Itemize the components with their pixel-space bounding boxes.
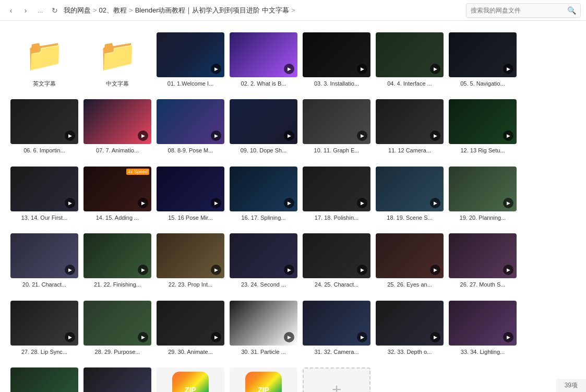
file-item-upload[interactable]: + 上传文件 — [303, 364, 370, 392]
file-item-03-installation[interactable]: ▶ 03. 3. Installatio... — [303, 29, 370, 91]
file-label: 20. 21. Charact... — [14, 281, 75, 289]
folder-icon: 📁 — [98, 37, 137, 74]
video-thumb: ▶ — [376, 167, 444, 211]
file-item-05-navigation[interactable]: ▶ 05. 5. Navigatio... — [449, 29, 517, 91]
search-input[interactable] — [471, 7, 567, 14]
more-nav-button[interactable]: … — [34, 5, 46, 16]
file-item-英文字幕[interactable]: 📁 英文字幕 — [10, 29, 78, 91]
file-label: 01. 1.Welcome I... — [160, 80, 221, 88]
file-item-31-camera2[interactable]: ▶ 31. 32. Camera... — [303, 298, 370, 359]
video-thumb: ▶ — [303, 301, 370, 346]
file-label: 24. 25. Charact... — [306, 281, 367, 289]
play-button[interactable]: ▶ — [357, 64, 367, 74]
file-item-30-particle[interactable]: ▶ 30. 31. Particle ... — [230, 298, 297, 359]
file-item-27-lipsync[interactable]: ▶ 27. 28. Lip Sync... — [10, 298, 78, 359]
file-item-16-splining[interactable]: ▶ 16. 17. Splining... — [230, 163, 297, 225]
file-item-34-extra[interactable]: ▶ 34. 35. Extra N... — [10, 364, 78, 392]
refresh-button[interactable]: ↻ — [49, 5, 61, 16]
file-item-sound-zip[interactable]: ZIP Sound.zip.zip — [230, 364, 297, 392]
file-label: 26. 27. Mouth S... — [452, 281, 513, 289]
play-button[interactable]: ▶ — [65, 332, 75, 342]
back-button[interactable]: ‹ — [5, 5, 17, 16]
search-icon[interactable]: 🔍 — [567, 6, 576, 15]
play-button[interactable]: ▶ — [503, 198, 513, 208]
file-label: 22. 23. Prop Int... — [160, 281, 221, 289]
play-button[interactable]: ▶ — [211, 332, 221, 342]
thumb-content — [83, 367, 151, 392]
file-item-28-purpose[interactable]: ▶ 28. 29. Purpose... — [83, 298, 151, 359]
file-item-15-posemirror[interactable]: ▶ 15. 16 Pose Mir... — [157, 163, 224, 225]
video-thumb: ▶ — [376, 301, 444, 346]
file-item-02-whatis[interactable]: ▶ 02. 2. What is B... — [230, 29, 297, 91]
play-button[interactable]: ▶ — [211, 198, 221, 208]
file-item-21-finishing[interactable]: ▶ 21. 22. Finishing... — [83, 230, 151, 292]
file-item-35-final[interactable]: ▶ 35. 36 Final Tho... — [83, 364, 151, 392]
play-button[interactable]: ▶ — [357, 198, 367, 208]
video-thumb: ▶ — [303, 233, 370, 278]
video-thumb: ▶ — [449, 99, 517, 144]
file-item-17-polishing[interactable]: ▶ 17. 18. Polishin... — [303, 163, 370, 225]
forward-button[interactable]: › — [20, 5, 31, 16]
play-button[interactable]: ▶ — [284, 198, 294, 208]
file-item-18-scenes[interactable]: ▶ 18. 19. Scene S... — [376, 163, 444, 225]
upload-thumb[interactable]: + — [303, 367, 370, 392]
file-item-33-lighting[interactable]: ▶ 33. 34. Lighting... — [449, 298, 517, 359]
file-item-中文字幕[interactable]: 📁 中文字幕 — [83, 29, 151, 91]
play-button[interactable]: ▶ — [430, 64, 440, 74]
thumb-content — [10, 367, 78, 392]
file-item-29-animate[interactable]: ▶ 29. 30. Animate... — [157, 298, 224, 359]
file-item-06-importing[interactable]: ▶ 06. 6. Importin... — [10, 96, 78, 158]
file-label: 04. 4. Interface ... — [379, 80, 440, 88]
play-button[interactable]: ▶ — [138, 198, 148, 208]
video-thumb: ▶ — [449, 233, 517, 278]
play-button[interactable]: ▶ — [430, 332, 440, 342]
video-thumb: ▶ — [83, 99, 151, 144]
video-thumb: ▶ — [230, 99, 297, 144]
play-button[interactable]: ▶ — [357, 332, 367, 342]
file-item-23-second[interactable]: ▶ 23. 24. Second ... — [230, 230, 297, 292]
file-item-08-posemix[interactable]: ▶ 08. 8-9. Pose M... — [157, 96, 224, 158]
breadcrumb-tutorials[interactable]: 02、教程 — [99, 6, 127, 15]
breadcrumb-home[interactable]: 我的网盘 — [64, 6, 91, 15]
file-item-09-dopesh[interactable]: ▶ 09. 10. Dope Sh... — [230, 96, 297, 158]
video-thumb: ▶ — [230, 233, 297, 278]
file-label: 中文字幕 — [87, 80, 148, 88]
file-item-13-ourfirst[interactable]: ▶ 13. 14. Our First... — [10, 163, 78, 225]
file-item-11-camera[interactable]: ▶ 11. 12 Camera... — [376, 96, 444, 158]
play-button[interactable]: ▶ — [503, 64, 513, 74]
file-item-25-eyes[interactable]: ▶ 25. 26. Eyes an... — [376, 230, 444, 292]
file-item-04-interface[interactable]: ▶ 04. 4. Interface ... — [376, 29, 444, 91]
file-item-14-adding[interactable]: 4x Speed ▶ 14. 15. Adding ... — [83, 163, 151, 225]
file-label: 03. 3. Installatio... — [306, 80, 367, 88]
zip-thumb: ZIP — [230, 367, 297, 392]
total-count: 39项 — [565, 382, 578, 389]
breadcrumb: 我的网盘 > 02、教程 > Blender动画教程｜从初学入到到项目进阶 中文… — [64, 6, 463, 15]
file-item-reference-zip[interactable]: ZIP Reference.zip.zip — [157, 364, 224, 392]
play-button[interactable]: ▶ — [284, 64, 294, 74]
play-button[interactable]: ▶ — [211, 64, 221, 74]
file-label: 18. 19. Scene S... — [379, 214, 440, 222]
file-item-01-welcome[interactable]: ▶ 01. 1.Welcome I... — [157, 29, 224, 91]
file-item-22-propint[interactable]: ▶ 22. 23. Prop Int... — [157, 230, 224, 292]
file-item-32-depth[interactable]: ▶ 32. 33. Depth o... — [376, 298, 444, 359]
file-item-12-rigsetup[interactable]: ▶ 12. 13 Rig Setu... — [449, 96, 517, 158]
breadcrumb-current[interactable]: Blender动画教程｜从初学入到到项目进阶 中文字幕 — [135, 6, 289, 15]
video-thumb: ▶ — [230, 167, 297, 211]
folder-icon: 📁 — [25, 37, 64, 74]
file-item-20-charact[interactable]: ▶ 20. 21. Charact... — [10, 230, 78, 292]
search-bar[interactable]: 🔍 — [466, 3, 581, 18]
video-thumb: ▶ — [83, 233, 151, 278]
play-button[interactable]: ▶ — [65, 198, 75, 208]
file-item-26-mouth[interactable]: ▶ 26. 27. Mouth S... — [449, 230, 517, 292]
file-item-19-planning[interactable]: ▶ 19. 20. Planning... — [449, 163, 517, 225]
video-thumb: ▶ — [157, 167, 224, 211]
play-button[interactable]: ▶ — [503, 332, 513, 342]
file-item-10-graphed[interactable]: ▶ 10. 11. Graph E... — [303, 96, 370, 158]
play-button[interactable]: ▶ — [430, 198, 440, 208]
file-item-07-animation[interactable]: ▶ 07. 7. Animatio... — [83, 96, 151, 158]
video-thumb: ▶ — [83, 367, 151, 392]
file-item-24-charact2[interactable]: ▶ 24. 25. Charact... — [303, 230, 370, 292]
play-button[interactable]: ▶ — [138, 332, 148, 342]
play-button[interactable]: ▶ — [284, 332, 294, 342]
file-label: 19. 20. Planning... — [452, 214, 513, 222]
